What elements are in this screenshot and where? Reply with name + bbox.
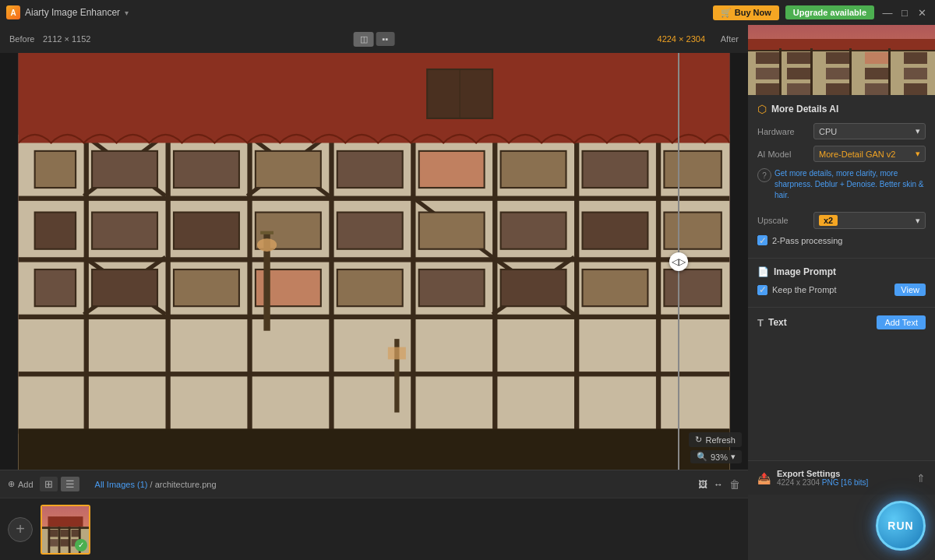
- delete-button[interactable]: 🗑: [729, 478, 740, 491]
- close-button[interactable]: ✕: [915, 5, 929, 19]
- hardware-dropdown-icon: ▾: [916, 126, 920, 136]
- svg-rect-45: [174, 269, 239, 306]
- svg-rect-32: [583, 151, 648, 188]
- viewer-actions-overlay: ↻ Refresh 🔍 93% ▾: [689, 432, 742, 463]
- hardware-select[interactable]: CPU ▾: [813, 123, 926, 139]
- run-button-container: RUN: [748, 495, 935, 560]
- svg-rect-64: [49, 530, 58, 537]
- before-label: Before: [9, 34, 34, 44]
- compare-side-button[interactable]: ▪▪: [376, 32, 395, 46]
- svg-rect-70: [48, 527, 51, 553]
- svg-rect-39: [419, 213, 485, 249]
- svg-rect-79: [787, 52, 810, 64]
- svg-rect-33: [664, 151, 721, 188]
- export-info: 📤 Export Settings 4224 x 2304 PNG [16 bi…: [757, 469, 868, 487]
- svg-rect-48: [419, 269, 485, 306]
- run-button[interactable]: RUN: [876, 501, 926, 551]
- sidebar-preview: [748, 25, 935, 95]
- section-header: ⬡ More Details AI: [757, 103, 926, 115]
- ai-model-label: AI Model: [757, 150, 813, 159]
- svg-rect-90: [826, 83, 849, 95]
- resize-icon: ↔: [714, 479, 723, 490]
- upscale-select[interactable]: x2 ▾: [813, 212, 926, 229]
- maximize-button[interactable]: □: [898, 5, 912, 19]
- ai-model-row: AI Model More-Detail GAN v2 ▾: [757, 146, 926, 162]
- help-icon[interactable]: ?: [757, 168, 771, 182]
- window-controls: — □ ✕: [880, 5, 929, 19]
- app-dropdown-arrow[interactable]: ▾: [125, 9, 129, 17]
- svg-rect-42: [664, 213, 721, 249]
- strip-right: 🖼 ↔ 🗑: [698, 478, 740, 491]
- svg-rect-25: [35, 151, 76, 188]
- zoom-icon: 🔍: [697, 452, 707, 462]
- svg-rect-9: [166, 135, 171, 470]
- hardware-label: Hardware: [757, 127, 813, 136]
- grid-view-button[interactable]: ⊞: [40, 477, 58, 491]
- prompt-icon: 📄: [757, 266, 769, 277]
- svg-rect-26: [92, 151, 157, 188]
- export-section: 📤 Export Settings 4224 x 2304 PNG [16 bi…: [748, 460, 935, 495]
- compare-split-button[interactable]: ◫: [354, 32, 374, 47]
- svg-rect-50: [583, 269, 648, 306]
- svg-point-56: [257, 238, 277, 252]
- svg-rect-38: [337, 213, 403, 249]
- ai-description-row: ? Get more details, more clarity, more s…: [757, 168, 926, 206]
- svg-rect-78: [756, 52, 779, 64]
- export-expand-button[interactable]: ⇑: [916, 472, 926, 484]
- text-header: T Text Add Text: [757, 315, 926, 329]
- svg-rect-47: [337, 269, 403, 306]
- svg-rect-83: [756, 68, 779, 79]
- svg-rect-29: [337, 151, 403, 188]
- svg-rect-93: [779, 48, 782, 95]
- canvas-area[interactable]: ◁▷ ↻ Refresh 🔍 93% ▾: [0, 53, 748, 470]
- text-section: T Text Add Text: [748, 308, 935, 337]
- comparison-divider[interactable]: ◁▷: [678, 53, 679, 470]
- svg-rect-13: [492, 135, 497, 470]
- list-view-button[interactable]: ☰: [61, 477, 79, 491]
- add-icon: ⊕: [8, 479, 15, 489]
- svg-rect-30: [419, 151, 485, 188]
- svg-rect-4: [19, 257, 730, 262]
- upscale-label: Upscale: [757, 216, 813, 225]
- viewer-bottom-toolbar: ⊕ Add ⊞ ☰ All Images (1) / architecture.…: [0, 470, 748, 498]
- sidebar: ⬡ More Details AI Hardware CPU ▾ AI Mode…: [748, 25, 935, 560]
- svg-rect-11: [329, 135, 333, 470]
- add-button[interactable]: ⊕ Add: [8, 479, 34, 489]
- two-pass-checkbox[interactable]: ✓: [757, 235, 767, 245]
- image-viewer: Before 2112 × 1152 ◫ ▪▪ 4224 × 2304 Afte…: [0, 25, 748, 560]
- refresh-button[interactable]: ↻ Refresh: [689, 432, 742, 447]
- svg-rect-28: [256, 151, 321, 188]
- all-images-link[interactable]: All Images (1): [95, 480, 148, 489]
- compare-toggle: ◫ ▪▪: [354, 32, 395, 47]
- thumb-checkmark: ✓: [75, 539, 87, 551]
- filmstrip-add-button[interactable]: +: [8, 517, 33, 542]
- main-content: Before 2112 × 1152 ◫ ▪▪ 4224 × 2304 Afte…: [0, 25, 935, 560]
- svg-rect-35: [92, 213, 157, 249]
- filmstrip-thumbnail[interactable]: ✓: [41, 505, 90, 555]
- image-prompt-title: Image Prompt: [774, 266, 836, 277]
- text-section-icon: T: [757, 317, 764, 329]
- svg-rect-14: [574, 135, 579, 470]
- svg-rect-27: [174, 151, 239, 188]
- svg-rect-88: [756, 83, 779, 95]
- svg-rect-84: [787, 68, 810, 79]
- after-label: After: [721, 34, 739, 44]
- add-text-button[interactable]: Add Text: [877, 315, 926, 329]
- svg-rect-81: [865, 52, 888, 64]
- upgrade-button[interactable]: Upgrade available: [785, 5, 874, 19]
- ai-model-select[interactable]: More-Detail GAN v2 ▾: [813, 146, 926, 162]
- sidebar-preview-image: [748, 25, 935, 95]
- svg-rect-67: [49, 539, 58, 546]
- svg-rect-5: [19, 315, 730, 319]
- zoom-control[interactable]: 🔍 93% ▾: [690, 450, 742, 463]
- divider-handle[interactable]: ◁▷: [669, 252, 688, 271]
- more-details-section: ⬡ More Details AI Hardware CPU ▾ AI Mode…: [748, 95, 935, 259]
- view-prompt-button[interactable]: View: [894, 284, 926, 296]
- svg-rect-40: [501, 213, 566, 249]
- size-after: 4224 × 2304: [658, 34, 705, 44]
- buy-icon: 🛒: [721, 8, 732, 18]
- minimize-button[interactable]: —: [880, 5, 894, 19]
- keep-prompt-checkbox[interactable]: ✓: [757, 285, 767, 295]
- image-icon: 🖼: [698, 479, 707, 490]
- buy-now-button[interactable]: 🛒 Buy Now: [713, 5, 779, 20]
